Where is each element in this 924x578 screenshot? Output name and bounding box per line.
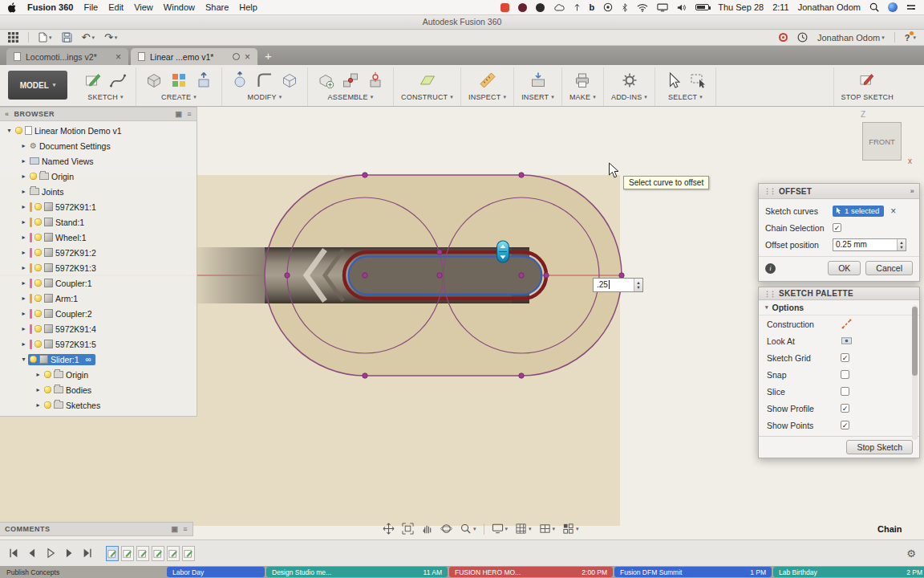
browser-item-origin[interactable]: ▸Origin: [0, 367, 197, 382]
bulb-icon[interactable]: [34, 340, 42, 348]
tab-close-icon[interactable]: ×: [116, 53, 121, 61]
stop-sketch-ribbon-button[interactable]: STOP SKETCH: [841, 93, 894, 101]
zoom-icon[interactable]: ▾: [460, 523, 476, 535]
browser-item-joints[interactable]: ▸Joints: [0, 184, 197, 199]
panel-menu-icon[interactable]: ≡: [183, 525, 188, 533]
spinner-control[interactable]: ▲▼: [634, 279, 642, 291]
calendar-event-fusion-hero-mo[interactable]: FUSION HERO MO...2:00 PM: [449, 567, 613, 577]
calendar-event-fusion-dfm-summit[interactable]: Fusion DFM Summit1 PM: [614, 567, 772, 577]
expand-arrow-icon[interactable]: ▸: [19, 325, 28, 332]
expand-arrow-icon[interactable]: ▸: [19, 295, 28, 302]
panel-menu-icon[interactable]: ≡: [187, 110, 192, 118]
comments-bar[interactable]: COMMENTS ▣≡: [0, 522, 193, 536]
browser-item-linear-motion-demo-v1[interactable]: ▾Linear Motion Demo v1: [0, 123, 197, 138]
fit-icon[interactable]: [402, 523, 414, 535]
play-button[interactable]: [45, 547, 56, 559]
browser-item-arm-1[interactable]: ▸Arm:1: [0, 291, 197, 306]
checkbox-snap[interactable]: [841, 370, 849, 379]
to-end-button[interactable]: [82, 547, 93, 559]
wifi-icon[interactable]: [637, 3, 648, 12]
offset-position-input[interactable]: 0.25 mm ▲▼: [833, 238, 906, 251]
to-start-button[interactable]: [8, 547, 19, 559]
ribbon-icon-stop-sketch[interactable]: [857, 70, 877, 91]
construction-icon[interactable]: [841, 318, 853, 330]
calendar-event-lab-birthday[interactable]: Lab Birthday2 PM: [773, 567, 924, 577]
ribbon-icon-select[interactable]: [663, 70, 683, 91]
ribbon-dropdown-modify[interactable]: MODIFY▾: [248, 93, 282, 101]
calendar-event-labor-day[interactable]: Labor Day: [167, 567, 265, 577]
menubar-app-name[interactable]: Fusion 360: [27, 2, 73, 12]
expand-dialog-icon[interactable]: »: [910, 187, 914, 195]
display-settings-icon[interactable]: ▾: [492, 523, 509, 535]
menubar-clock[interactable]: 2:11: [772, 2, 789, 12]
offset-drag-handle[interactable]: [497, 241, 509, 263]
ribbon-icon-extrude[interactable]: [193, 70, 214, 91]
step-back-button[interactable]: [26, 547, 38, 559]
browser-item-sketches[interactable]: ▸Sketches: [0, 397, 197, 413]
bulb-icon[interactable]: [44, 386, 51, 393]
scrollbar-thumb[interactable]: [912, 307, 918, 376]
account-dropdown[interactable]: Jonathan Odom ▾: [817, 33, 885, 43]
ribbon-icon-windowselect[interactable]: [687, 70, 708, 91]
browser-item-5972k91-5[interactable]: ▸5972K91:5: [0, 336, 197, 352]
timeline-sketch-icon[interactable]: [182, 546, 195, 561]
save-button[interactable]: [62, 32, 72, 43]
timeline-sketch-icon[interactable]: [106, 546, 119, 561]
grid-settings-icon[interactable]: ▾: [515, 523, 532, 535]
timeline-sketch-icon[interactable]: [121, 546, 134, 561]
screencast-record-button[interactable]: [779, 33, 788, 42]
browser-item-named-views[interactable]: ▸Named Views: [0, 153, 197, 169]
data-panel-grid-icon[interactable]: [8, 32, 18, 43]
expand-arrow-icon[interactable]: ▸: [19, 310, 28, 317]
viewports-icon[interactable]: ▾: [539, 523, 556, 535]
expand-arrow-icon[interactable]: ▸: [19, 173, 28, 180]
selection-badge[interactable]: 1 selected: [833, 206, 884, 217]
maroon-app-icon[interactable]: [518, 3, 527, 12]
spotlight-search-icon[interactable]: [869, 2, 879, 12]
workspace-selector[interactable]: MODEL▾: [8, 71, 67, 100]
bulb-icon[interactable]: [34, 218, 42, 226]
spinner-control[interactable]: ▲▼: [897, 239, 906, 250]
expand-arrow-icon[interactable]: ▸: [19, 340, 28, 348]
lookat-icon[interactable]: [841, 336, 853, 346]
ribbon-icon-presspull[interactable]: [229, 70, 250, 91]
bulb-icon[interactable]: [34, 279, 42, 287]
browser-item-slider-1[interactable]: ▾Slider:1∞: [0, 352, 197, 367]
drag-grip-icon[interactable]: ⋮⋮: [764, 187, 775, 195]
hand-icon[interactable]: [421, 523, 433, 535]
bulb-icon[interactable]: [34, 249, 42, 256]
dock-panel-icon[interactable]: ▣: [171, 525, 178, 533]
ribbon-icon-boxwire[interactable]: [279, 70, 300, 91]
ribbon-dropdown-insert[interactable]: INSERT▾: [521, 93, 554, 101]
step-forward-button[interactable]: [63, 547, 75, 559]
expand-arrow-icon[interactable]: ▾: [19, 356, 28, 363]
pan-icon[interactable]: [383, 523, 395, 535]
browser-item-5972k91-4[interactable]: ▸5972K91:4: [0, 321, 197, 336]
document-tab-linear-motion[interactable]: Linear ...emo v1* ×: [131, 48, 257, 65]
menu-view[interactable]: View: [134, 2, 153, 12]
menu-edit[interactable]: Edit: [108, 2, 124, 12]
bulb-icon[interactable]: [15, 127, 22, 134]
volume-icon[interactable]: [677, 3, 687, 12]
browser-item-coupler-2[interactable]: ▸Coupler:2: [0, 306, 197, 321]
ribbon-dropdown-make[interactable]: MAKE▾: [569, 93, 596, 101]
browser-item-wheel-1[interactable]: ▸Wheel:1: [0, 230, 197, 245]
options-section-toggle[interactable]: ▾Options: [759, 300, 919, 315]
ribbon-icon-pattern[interactable]: [168, 70, 189, 91]
tab-close-icon[interactable]: ×: [245, 53, 250, 61]
ribbon-icon-jointorigin[interactable]: [365, 70, 386, 91]
black-app-icon[interactable]: [536, 3, 545, 12]
browser-item-5972k91-1[interactable]: ▸5972K91:1: [0, 199, 197, 214]
target-icon[interactable]: [603, 2, 613, 12]
bulb-icon[interactable]: [44, 401, 51, 409]
offset-value-input[interactable]: .25 ▲▼: [593, 278, 643, 292]
checkbox-show-profile[interactable]: [841, 404, 849, 413]
ribbon-dropdown-assemble[interactable]: ASSEMBLE▾: [328, 93, 374, 101]
b-app-icon[interactable]: b: [590, 2, 595, 12]
chain-selection-checkbox[interactable]: [833, 223, 841, 232]
bulb-icon[interactable]: [34, 325, 42, 332]
ribbon-icon-newcomp[interactable]: [315, 70, 336, 91]
siri-icon[interactable]: [888, 2, 898, 12]
display-icon[interactable]: [657, 3, 668, 12]
drag-grip-icon[interactable]: ⋮⋮: [764, 290, 775, 298]
